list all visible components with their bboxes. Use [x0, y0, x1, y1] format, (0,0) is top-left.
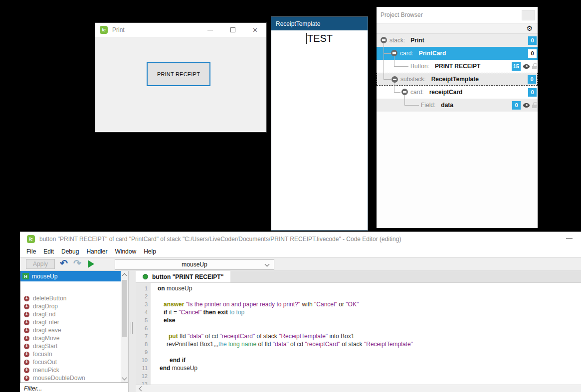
- add-handler-icon[interactable]: +: [24, 376, 29, 381]
- code-line-8: revPrintText Box1,,,the long name of fld…: [158, 340, 581, 348]
- menu-window[interactable]: Window: [115, 248, 136, 255]
- handler-item-label: focusIn: [33, 351, 52, 358]
- handler-item-dragstart[interactable]: +dragStart: [20, 342, 121, 350]
- handler-item-label: dragDrop: [33, 303, 58, 310]
- collapse-icon[interactable]: [391, 76, 398, 83]
- add-handler-icon[interactable]: +: [24, 304, 29, 309]
- menu-debug[interactable]: Debug: [61, 248, 79, 255]
- handler-item-dragmove[interactable]: +dragMove: [20, 334, 121, 342]
- tree-row-data[interactable]: Field:data0: [377, 99, 538, 112]
- tree-row-print[interactable]: stack:Print0: [377, 34, 538, 47]
- object-type-label: card:: [410, 89, 424, 96]
- code-token: end if: [170, 357, 186, 364]
- scrollbar-thumb[interactable]: [122, 280, 127, 337]
- add-handler-icon[interactable]: +: [24, 352, 29, 357]
- collapse-icon[interactable]: [401, 89, 408, 95]
- code-editor-title: button "PRINT RECEIPT" of card "PrintCar…: [39, 236, 401, 243]
- handler-item-mousedoubledown[interactable]: +mouseDoubleDown: [20, 374, 121, 382]
- lock-icon[interactable]: [532, 66, 537, 69]
- handler-list: +deleteButton+dragDrop+dragEnd+dragEnter…: [20, 281, 121, 382]
- close-icon[interactable]: ✕: [244, 23, 266, 37]
- code-token: "receiptCard": [305, 341, 342, 348]
- receipt-window-titlebar[interactable]: ReceiptTemplate: [271, 17, 368, 30]
- line-number: 10: [136, 356, 148, 364]
- print-receipt-button[interactable]: PRINT RECEIPT: [147, 62, 210, 86]
- object-type-label: substack:: [400, 76, 426, 83]
- tree-row-controls: 0: [512, 99, 537, 112]
- eye-icon[interactable]: [523, 64, 530, 69]
- handler-item-menupick[interactable]: +menuPick: [20, 366, 121, 374]
- code-token: "receiptCard": [220, 333, 257, 340]
- scroll-down-icon[interactable]: [122, 376, 127, 381]
- code-token: "Cancel": [179, 309, 203, 316]
- tree-row-print-receipt[interactable]: Button:PRINT RECEIPT15: [377, 60, 538, 73]
- handler-item-focusout[interactable]: +focusOut: [20, 358, 121, 366]
- code-editor-titlebar[interactable]: lc button "PRINT RECEIPT" of card "Print…: [20, 232, 581, 246]
- collapse-icon[interactable]: [391, 50, 397, 56]
- minimize-icon[interactable]: [566, 238, 573, 239]
- tree-row-printcard[interactable]: card:PrintCard0: [377, 47, 538, 60]
- handler-list-scrollbar[interactable]: [121, 271, 128, 383]
- receipt-template-window: ReceiptTemplate TEST: [271, 16, 368, 231]
- undo-icon[interactable]: ↶: [60, 258, 68, 269]
- add-handler-icon[interactable]: +: [24, 320, 29, 325]
- code-token: mouseUp: [167, 285, 192, 292]
- add-handler-icon[interactable]: +: [24, 296, 29, 301]
- tree-row-receiptcard[interactable]: card:receiptCard0: [377, 86, 538, 99]
- code-token: "Cancel": [314, 301, 339, 308]
- tree-row-receipttemplate[interactable]: substack:ReceiptTemplate0: [377, 73, 538, 86]
- add-handler-icon[interactable]: +: [24, 336, 29, 341]
- minimize-icon[interactable]: [199, 23, 221, 37]
- handler-item-dragenter[interactable]: +dragEnter: [20, 318, 121, 326]
- scroll-left-icon[interactable]: [139, 387, 144, 392]
- run-icon[interactable]: [88, 260, 94, 268]
- handler-item-focusin[interactable]: +focusIn: [20, 350, 121, 358]
- handler-item-deletebutton[interactable]: +deleteButton: [20, 294, 121, 302]
- tab-button-print-receipt[interactable]: button "PRINT RECEIPT": [136, 271, 230, 282]
- eye-icon[interactable]: [523, 103, 530, 108]
- line-number: 6: [136, 324, 148, 332]
- menu-help[interactable]: Help: [144, 248, 156, 255]
- line-number: 11: [136, 364, 148, 372]
- line-number: 4: [136, 308, 148, 316]
- project-browser-toolbar: ⚙: [377, 23, 538, 34]
- apply-button[interactable]: Apply: [26, 259, 55, 269]
- tab-strip: button "PRINT RECEIPT": [136, 271, 581, 283]
- handler-item-dragend[interactable]: +dragEnd: [20, 310, 121, 318]
- object-name-label: ReceiptTemplate: [431, 76, 479, 83]
- horizontal-scrollbar[interactable]: [136, 385, 581, 392]
- line-number: 2: [136, 292, 148, 300]
- collapse-icon[interactable]: [381, 37, 387, 43]
- code-token: of fld: [258, 341, 272, 348]
- handler-item-dragdrop[interactable]: +dragDrop: [20, 302, 121, 310]
- lock-icon[interactable]: [532, 105, 537, 108]
- menu-edit[interactable]: Edit: [43, 248, 54, 255]
- panel-menu-button[interactable]: [522, 10, 535, 20]
- handler-item-label: dragLeave: [33, 327, 61, 334]
- maximize-icon[interactable]: [221, 23, 244, 37]
- script-editor[interactable]: on mouseUpanswer "Is the printer on and …: [151, 283, 581, 385]
- add-handler-icon[interactable]: +: [24, 312, 29, 317]
- handler-item-dragleave[interactable]: +dragLeave: [20, 326, 121, 334]
- menu-handler[interactable]: Handler: [86, 248, 107, 255]
- add-handler-icon[interactable]: +: [24, 368, 29, 373]
- line-number: 8: [136, 340, 148, 348]
- panel-splitter[interactable]: [129, 271, 136, 392]
- line-number: 1: [136, 284, 148, 292]
- menu-file[interactable]: File: [26, 248, 36, 255]
- add-handler-icon[interactable]: +: [24, 360, 29, 365]
- tree-row-controls: 0: [528, 73, 536, 85]
- print-window-titlebar[interactable]: lc Print ✕: [95, 23, 266, 37]
- code-token: of stack: [256, 333, 279, 340]
- filter-input[interactable]: Filter...: [20, 383, 128, 392]
- gear-icon[interactable]: ⚙: [526, 25, 533, 32]
- tree-row-labels: Button:PRINT RECEIPT: [410, 60, 480, 73]
- handler-item-selected[interactable]: H mouseUp: [20, 271, 121, 281]
- handler-dropdown[interactable]: mouseUp: [115, 259, 274, 270]
- add-handler-icon[interactable]: +: [24, 328, 29, 333]
- add-handler-icon[interactable]: +: [24, 344, 29, 349]
- receipt-data-field[interactable]: TEST: [271, 30, 368, 44]
- tree-row-labels: substack:ReceiptTemplate: [400, 73, 479, 85]
- redo-icon[interactable]: ↷: [73, 258, 81, 269]
- scroll-up-icon[interactable]: [122, 273, 127, 278]
